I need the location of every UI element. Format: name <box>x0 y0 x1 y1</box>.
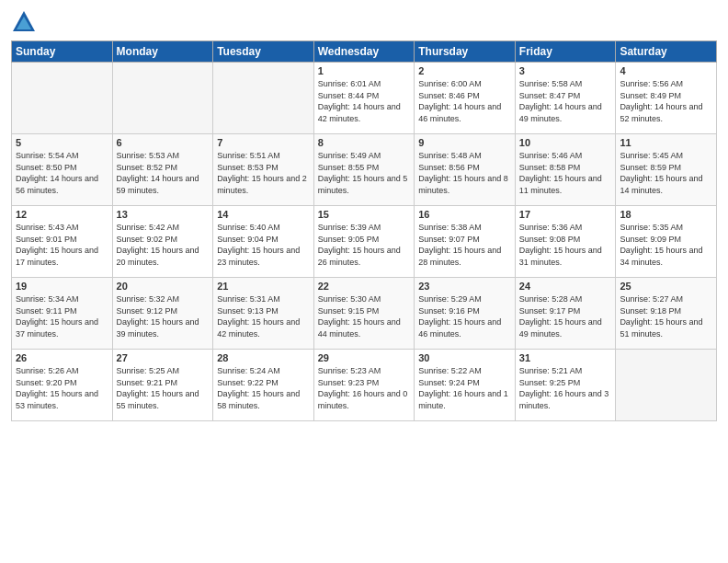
day-number: 30 <box>418 352 511 363</box>
day-info: Sunrise: 5:29 AM Sunset: 9:16 PM Dayligh… <box>418 293 511 339</box>
day-info: Sunrise: 5:36 AM Sunset: 9:08 PM Dayligh… <box>519 222 612 268</box>
day-number: 9 <box>418 137 511 148</box>
calendar-cell-empty <box>616 350 717 421</box>
day-number: 1 <box>318 65 411 76</box>
day-info: Sunrise: 6:00 AM Sunset: 8:46 PM Dayligh… <box>418 78 511 124</box>
day-info: Sunrise: 5:27 AM Sunset: 9:18 PM Dayligh… <box>620 293 712 339</box>
day-info: Sunrise: 6:01 AM Sunset: 8:44 PM Dayligh… <box>318 78 411 124</box>
day-number: 4 <box>620 65 712 76</box>
calendar-cell-23: 23Sunrise: 5:29 AM Sunset: 9:16 PM Dayli… <box>415 278 516 350</box>
day-info: Sunrise: 5:21 AM Sunset: 9:25 PM Dayligh… <box>519 365 612 411</box>
day-number: 28 <box>217 352 310 363</box>
day-info: Sunrise: 5:53 AM Sunset: 8:52 PM Dayligh… <box>117 150 210 196</box>
calendar-cell-14: 14Sunrise: 5:40 AM Sunset: 9:04 PM Dayli… <box>213 206 314 278</box>
calendar-cell-2: 2Sunrise: 6:00 AM Sunset: 8:46 PM Daylig… <box>415 63 516 134</box>
day-number: 25 <box>620 281 712 292</box>
day-info: Sunrise: 5:23 AM Sunset: 9:23 PM Dayligh… <box>318 365 411 411</box>
day-info: Sunrise: 5:30 AM Sunset: 9:15 PM Dayligh… <box>318 293 411 339</box>
day-number: 15 <box>318 209 411 220</box>
logo <box>11 9 40 35</box>
day-header-sunday: Sunday <box>12 41 113 63</box>
day-number: 12 <box>16 209 108 220</box>
day-info: Sunrise: 5:34 AM Sunset: 9:11 PM Dayligh… <box>16 293 108 339</box>
calendar-cell-25: 25Sunrise: 5:27 AM Sunset: 9:18 PM Dayli… <box>616 278 717 350</box>
day-info: Sunrise: 5:26 AM Sunset: 9:20 PM Dayligh… <box>16 365 108 411</box>
day-number: 6 <box>117 137 210 148</box>
calendar-cell-18: 18Sunrise: 5:35 AM Sunset: 9:09 PM Dayli… <box>616 206 717 278</box>
day-header-tuesday: Tuesday <box>213 41 314 63</box>
day-info: Sunrise: 5:38 AM Sunset: 9:07 PM Dayligh… <box>418 222 511 268</box>
day-number: 2 <box>418 65 511 76</box>
day-number: 29 <box>318 352 411 363</box>
day-number: 10 <box>519 137 612 148</box>
calendar-cell-12: 12Sunrise: 5:43 AM Sunset: 9:01 PM Dayli… <box>12 206 113 278</box>
day-number: 21 <box>217 281 310 292</box>
day-info: Sunrise: 5:48 AM Sunset: 8:56 PM Dayligh… <box>418 150 511 196</box>
day-info: Sunrise: 5:42 AM Sunset: 9:02 PM Dayligh… <box>117 222 210 268</box>
calendar-cell-19: 19Sunrise: 5:34 AM Sunset: 9:11 PM Dayli… <box>12 278 113 350</box>
day-header-saturday: Saturday <box>616 41 717 63</box>
day-number: 3 <box>519 65 612 76</box>
week-row-2: 5Sunrise: 5:54 AM Sunset: 8:50 PM Daylig… <box>12 134 717 206</box>
day-number: 7 <box>217 137 310 148</box>
calendar-cell-1: 1Sunrise: 6:01 AM Sunset: 8:44 PM Daylig… <box>313 63 415 134</box>
calendar-cell-7: 7Sunrise: 5:51 AM Sunset: 8:53 PM Daylig… <box>213 134 314 206</box>
day-number: 19 <box>16 281 108 292</box>
calendar-cell-24: 24Sunrise: 5:28 AM Sunset: 9:17 PM Dayli… <box>515 278 616 350</box>
day-number: 20 <box>117 281 210 292</box>
calendar-cell-28: 28Sunrise: 5:24 AM Sunset: 9:22 PM Dayli… <box>213 350 314 421</box>
day-info: Sunrise: 5:32 AM Sunset: 9:12 PM Dayligh… <box>117 293 210 339</box>
calendar-cell-6: 6Sunrise: 5:53 AM Sunset: 8:52 PM Daylig… <box>112 134 213 206</box>
day-info: Sunrise: 5:49 AM Sunset: 8:55 PM Dayligh… <box>318 150 411 196</box>
calendar-cell-15: 15Sunrise: 5:39 AM Sunset: 9:05 PM Dayli… <box>313 206 415 278</box>
day-number: 13 <box>117 209 210 220</box>
calendar-cell-9: 9Sunrise: 5:48 AM Sunset: 8:56 PM Daylig… <box>415 134 516 206</box>
calendar-cell-30: 30Sunrise: 5:22 AM Sunset: 9:24 PM Dayli… <box>415 350 516 421</box>
day-info: Sunrise: 5:24 AM Sunset: 9:22 PM Dayligh… <box>217 365 310 411</box>
calendar-table: SundayMondayTuesdayWednesdayThursdayFrid… <box>11 40 717 421</box>
day-info: Sunrise: 5:54 AM Sunset: 8:50 PM Dayligh… <box>16 150 108 196</box>
calendar-cell-21: 21Sunrise: 5:31 AM Sunset: 9:13 PM Dayli… <box>213 278 314 350</box>
day-info: Sunrise: 5:39 AM Sunset: 9:05 PM Dayligh… <box>318 222 411 268</box>
day-number: 11 <box>620 137 712 148</box>
day-info: Sunrise: 5:43 AM Sunset: 9:01 PM Dayligh… <box>16 222 108 268</box>
day-info: Sunrise: 5:58 AM Sunset: 8:47 PM Dayligh… <box>519 78 612 124</box>
day-info: Sunrise: 5:51 AM Sunset: 8:53 PM Dayligh… <box>217 150 310 196</box>
day-info: Sunrise: 5:40 AM Sunset: 9:04 PM Dayligh… <box>217 222 310 268</box>
calendar-cell-10: 10Sunrise: 5:46 AM Sunset: 8:58 PM Dayli… <box>515 134 616 206</box>
day-number: 31 <box>519 352 612 363</box>
calendar-cell-20: 20Sunrise: 5:32 AM Sunset: 9:12 PM Dayli… <box>112 278 213 350</box>
day-header-wednesday: Wednesday <box>313 41 415 63</box>
calendar-container: SundayMondayTuesdayWednesdayThursdayFrid… <box>0 0 728 563</box>
day-number: 5 <box>16 137 108 148</box>
calendar-cell-3: 3Sunrise: 5:58 AM Sunset: 8:47 PM Daylig… <box>515 63 616 134</box>
calendar-cell-13: 13Sunrise: 5:42 AM Sunset: 9:02 PM Dayli… <box>112 206 213 278</box>
week-row-3: 12Sunrise: 5:43 AM Sunset: 9:01 PM Dayli… <box>12 206 717 278</box>
day-number: 22 <box>318 281 411 292</box>
day-info: Sunrise: 5:35 AM Sunset: 9:09 PM Dayligh… <box>620 222 712 268</box>
day-info: Sunrise: 5:25 AM Sunset: 9:21 PM Dayligh… <box>117 365 210 411</box>
day-header-monday: Monday <box>112 41 213 63</box>
week-row-5: 26Sunrise: 5:26 AM Sunset: 9:20 PM Dayli… <box>12 350 717 421</box>
calendar-cell-16: 16Sunrise: 5:38 AM Sunset: 9:07 PM Dayli… <box>415 206 516 278</box>
calendar-cell-11: 11Sunrise: 5:45 AM Sunset: 8:59 PM Dayli… <box>616 134 717 206</box>
calendar-cell-29: 29Sunrise: 5:23 AM Sunset: 9:23 PM Dayli… <box>313 350 415 421</box>
day-number: 26 <box>16 352 108 363</box>
week-row-4: 19Sunrise: 5:34 AM Sunset: 9:11 PM Dayli… <box>12 278 717 350</box>
day-number: 14 <box>217 209 310 220</box>
calendar-cell-27: 27Sunrise: 5:25 AM Sunset: 9:21 PM Dayli… <box>112 350 213 421</box>
calendar-cell-empty <box>213 63 314 134</box>
day-header-friday: Friday <box>515 41 616 63</box>
header <box>11 9 717 35</box>
day-number: 16 <box>418 209 511 220</box>
day-info: Sunrise: 5:46 AM Sunset: 8:58 PM Dayligh… <box>519 150 612 196</box>
day-info: Sunrise: 5:28 AM Sunset: 9:17 PM Dayligh… <box>519 293 612 339</box>
calendar-cell-17: 17Sunrise: 5:36 AM Sunset: 9:08 PM Dayli… <box>515 206 616 278</box>
calendar-cell-empty <box>112 63 213 134</box>
calendar-cell-empty <box>12 63 113 134</box>
week-row-1: 1Sunrise: 6:01 AM Sunset: 8:44 PM Daylig… <box>12 63 717 134</box>
day-info: Sunrise: 5:45 AM Sunset: 8:59 PM Dayligh… <box>620 150 712 196</box>
calendar-cell-22: 22Sunrise: 5:30 AM Sunset: 9:15 PM Dayli… <box>313 278 415 350</box>
calendar-cell-4: 4Sunrise: 5:56 AM Sunset: 8:49 PM Daylig… <box>616 63 717 134</box>
calendar-cell-26: 26Sunrise: 5:26 AM Sunset: 9:20 PM Dayli… <box>12 350 113 421</box>
